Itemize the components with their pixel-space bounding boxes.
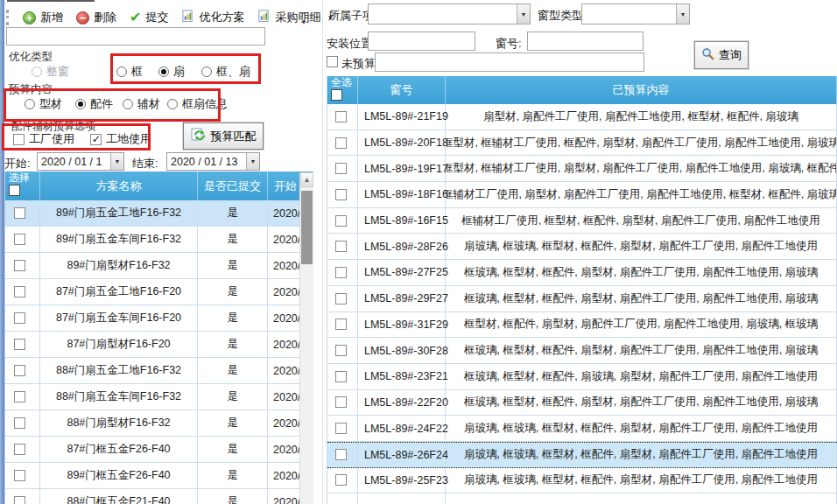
radio-whole-window[interactable]: 整窗 xyxy=(32,64,69,80)
factory-use-checkbox[interactable]: 工厂使用 xyxy=(13,131,74,147)
plan-table-row[interactable]: 88#门框五金F21-F40 是 2020/0 xyxy=(5,489,313,504)
budget-table-row[interactable]: LM5L-89#-28F26 扇玻璃, 框玻璃, 框型材, 框配件, 扇型材, … xyxy=(327,234,837,260)
no-budget-input[interactable] xyxy=(375,52,644,72)
plan-row-checkbox[interactable] xyxy=(14,391,25,402)
plan-submitted-cell: 是 xyxy=(198,463,268,488)
plan-row-checkbox[interactable] xyxy=(14,417,25,429)
plan-submitted-cell: 是 xyxy=(198,358,268,383)
window-type-select[interactable] xyxy=(581,4,690,24)
plan-filter-input[interactable] xyxy=(6,27,265,46)
plan-table-row[interactable]: 89#门扇型材F16-F32 是 2020/0 xyxy=(5,253,313,279)
add-button[interactable]: 新增 xyxy=(23,10,63,25)
plan-row-checkbox[interactable] xyxy=(14,260,25,271)
budgeted-content-cell: 扇玻璃, 框玻璃, 框型材, 框配件, 扇型材, 扇配件工厂使用, 扇配件工地使… xyxy=(446,416,837,441)
budget-row-checkbox[interactable] xyxy=(335,111,347,122)
scrollbar-thumb[interactable] xyxy=(301,191,313,264)
plan-row-checkbox[interactable] xyxy=(14,312,25,324)
purchase-detail-button[interactable]: 采购明细 xyxy=(257,10,334,25)
no-budget-checkbox[interactable] xyxy=(327,56,338,67)
submit-button[interactable]: 提交 xyxy=(130,10,168,25)
budget-table-row[interactable]: LM5L-89#-16F15 框辅材工厂使用, 框型材, 框配件, 扇型材, 扇… xyxy=(327,208,837,234)
budget-table-row[interactable]: LM5L-89#-21F19 扇型材, 扇配件工厂使用, 扇配件工地使用, 框型… xyxy=(327,104,837,130)
budget-table-row[interactable]: LM5L-89#-25F23 扇玻璃, 框玻璃, 框型材, 框配件, 扇型材, … xyxy=(327,468,837,494)
budget-table-row[interactable]: LM5L-89#-31F29 框型材, 框配件, 扇型材, 扇配件工厂使用, 扇… xyxy=(327,312,837,339)
plan-table-row[interactable]: 89#门扇五金车间F16-F32 是 2020/0 xyxy=(5,227,313,253)
select-all-plans-checkbox[interactable] xyxy=(9,185,20,196)
plan-row-checkbox[interactable] xyxy=(14,470,25,481)
budget-row-checkbox[interactable] xyxy=(335,396,347,408)
start-date-picker[interactable]: 2020 / 01 / 1 xyxy=(37,152,124,171)
budget-table-row[interactable]: LM5L-89#-26F24 扇玻璃, 框玻璃, 框型材, 框配件, 扇型材, … xyxy=(327,442,837,468)
plan-table-row[interactable]: 88#门扇五金工地F16-F32 是 2020/0 xyxy=(5,358,313,384)
budget-row-checkbox[interactable] xyxy=(335,215,347,227)
window-no-input[interactable] xyxy=(527,32,644,51)
sub-item-select[interactable] xyxy=(368,4,531,24)
select-all-windows-checkbox[interactable] xyxy=(331,89,342,101)
plan-table-row[interactable]: 89#门扇五金工地F16-F32 是 2020/0 xyxy=(5,200,313,227)
radio-frame[interactable]: 框 xyxy=(116,64,143,80)
plan-table-scrollbar[interactable]: ▲ xyxy=(299,172,313,504)
toolbar-grip[interactable] xyxy=(6,10,10,25)
budget-match-button[interactable]: 预算匹配 xyxy=(183,122,264,150)
budget-row-checkbox[interactable] xyxy=(335,189,347,200)
plan-table-row[interactable]: 89#门框五金F26-F40 是 2020/0 xyxy=(5,463,313,489)
budget-row-checkbox[interactable] xyxy=(335,267,347,278)
budget-row-checkbox[interactable] xyxy=(335,318,347,330)
budget-table-row[interactable]: LM5L-89#-18F16 框辅材工厂使用, 扇型材, 扇配件工厂使用, 扇配… xyxy=(327,182,837,208)
budgeted-content-header[interactable]: 已预算内容 xyxy=(446,76,837,104)
budget-row-checkbox[interactable] xyxy=(335,241,347,252)
radio-profile[interactable]: 型材 xyxy=(25,96,62,112)
plan-table-row[interactable]: 87#门框五金F26-F40 是 2020/0 xyxy=(5,437,313,463)
budget-row-checkbox[interactable] xyxy=(335,449,347,460)
plan-table-row[interactable]: 87#门扇五金工地F16-F20 是 2020/0 xyxy=(5,279,313,305)
budget-table-row[interactable]: LM5L-89#-24F22 扇玻璃, 框玻璃, 框型材, 框配件, 扇型材, … xyxy=(327,416,837,442)
budget-table-row[interactable]: LM5L-89#-23F21 框玻璃, 框型材, 框配件, 扇玻璃, 扇型材, … xyxy=(327,364,837,390)
radio-accessory[interactable]: 配件 xyxy=(75,96,113,112)
chevron-down-icon[interactable] xyxy=(110,153,123,170)
plan-submitted-header[interactable]: 是否已提交 xyxy=(198,172,268,200)
plan-row-checkbox[interactable] xyxy=(14,339,25,350)
scrollbar-up-icon[interactable]: ▲ xyxy=(300,172,313,187)
radio-frame-sash-info[interactable]: 框扇信息 xyxy=(167,96,228,112)
budget-row-checkbox[interactable] xyxy=(335,293,347,304)
budget-row-checkbox[interactable] xyxy=(335,163,347,174)
radio-sash[interactable]: 扇 xyxy=(158,64,185,80)
chevron-down-icon[interactable] xyxy=(517,4,530,24)
budget-row-checkbox[interactable] xyxy=(335,345,347,356)
query-button[interactable]: 查询 xyxy=(694,41,749,69)
plan-row-checkbox[interactable] xyxy=(14,444,25,455)
budget-table-row[interactable]: LM5L-89#-27F25 框玻璃, 框型材, 框配件, 扇型材, 扇配件工厂… xyxy=(327,260,837,286)
plan-name-header[interactable]: 方案名称 xyxy=(40,172,198,200)
budget-row-checkbox[interactable] xyxy=(335,137,347,149)
radio-frame-sash[interactable]: 框、扇 xyxy=(201,64,250,80)
chevron-down-icon[interactable] xyxy=(246,153,259,170)
plan-row-checkbox[interactable] xyxy=(14,496,25,504)
budget-table-row[interactable]: LM5L-89#-29F27 框玻璃, 框型材, 框配件, 扇型材, 扇配件工厂… xyxy=(327,286,837,312)
end-date-picker[interactable]: 2020 / 01 / 13 xyxy=(166,152,260,171)
plan-select-header: 选择 xyxy=(5,172,40,200)
plan-row-checkbox[interactable] xyxy=(14,234,25,245)
install-position-input[interactable] xyxy=(368,32,475,51)
budget-table-row[interactable]: LM5L-89#-22F20 框玻璃, 框型材, 框配件, 扇型材, 扇配件工厂… xyxy=(327,390,837,416)
toolbar-overflow-button[interactable] xyxy=(298,11,310,26)
budget-row-checkbox[interactable] xyxy=(335,371,347,382)
plan-row-checkbox[interactable] xyxy=(14,286,25,298)
radio-auxiliary[interactable]: 辅材 xyxy=(123,96,160,112)
optimize-plan-button[interactable]: 优化方案 xyxy=(181,10,244,25)
budget-row-checkbox[interactable] xyxy=(335,423,347,434)
plan-table-row[interactable]: 87#门扇五金车间F16-F20 是 2020/0 xyxy=(5,305,313,332)
site-use-checkbox[interactable]: 工地使用 xyxy=(90,131,151,147)
radio-icon xyxy=(123,99,133,109)
plan-table-row[interactable]: 87#门扇型材F16-F20 是 2020/0 xyxy=(5,332,313,358)
plan-table-row[interactable]: 88#门扇型材F16-F32 是 2020/0 xyxy=(5,410,313,437)
budget-table-row[interactable]: LM5L-89#-20F18 框型材, 框辅材工厂使用, 框配件, 扇型材, 扇… xyxy=(327,130,837,157)
window-no-header[interactable]: 窗号 xyxy=(358,76,446,104)
budget-table-row[interactable]: LM5L-89#-19F17 框型材, 框辅材工厂使用, 扇型材, 扇配件工厂使… xyxy=(327,156,837,182)
budget-table-row[interactable]: LM5L-89#-30F28 框玻璃, 框型材, 框配件, 扇型材, 扇配件工厂… xyxy=(327,338,837,364)
delete-button[interactable]: 删除 xyxy=(76,10,116,25)
plan-row-checkbox[interactable] xyxy=(14,207,25,219)
budget-row-checkbox[interactable] xyxy=(335,474,347,486)
plan-table-row[interactable]: 88#门扇五金车间F16-F32 是 2020/0 xyxy=(5,384,313,410)
chevron-down-icon[interactable] xyxy=(676,4,689,24)
plan-row-checkbox[interactable] xyxy=(14,365,25,376)
